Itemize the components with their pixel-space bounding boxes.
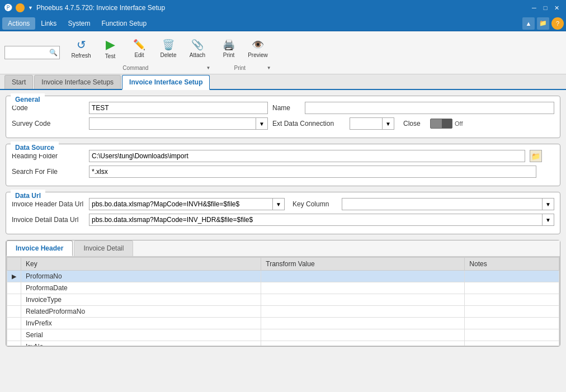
search-button[interactable]: 🔍 <box>47 46 59 59</box>
table-row[interactable]: Serial <box>7 329 559 341</box>
table-row[interactable]: ProformaDate <box>7 282 559 294</box>
menu-links[interactable]: Links <box>35 17 62 30</box>
restore-button[interactable]: □ <box>540 3 550 13</box>
folder-browse-button[interactable]: 📁 <box>530 150 542 162</box>
delete-label: Delete <box>161 52 177 58</box>
command-expand-button[interactable]: ▼ <box>205 64 212 72</box>
survey-code-dropdown-button[interactable]: ▼ <box>256 117 268 130</box>
refresh-button[interactable]: ↺ Refresh <box>67 34 96 63</box>
attach-icon: 📎 <box>191 39 204 51</box>
invoice-section: Invoice Header Invoice Detail Key Transf… <box>6 240 560 347</box>
general-section-title: General <box>11 93 45 106</box>
tab-invoice-header[interactable]: Invoice Header <box>6 240 73 256</box>
command-group: ↺ Refresh ▶ Test ✏️ Edit 🗑️ Delete 📎 Att… <box>67 34 212 72</box>
close-button[interactable]: ✕ <box>551 3 562 13</box>
reading-folder-input[interactable] <box>89 150 525 162</box>
print-expand-button[interactable]: ▼ <box>266 64 272 72</box>
key-cell: InvoiceType <box>21 294 261 306</box>
transform-value-cell <box>261 306 465 318</box>
row-indicator <box>7 306 21 318</box>
ext-data-connection-dropdown-button[interactable]: ▼ <box>382 117 394 130</box>
invoice-detail-data-url-input[interactable] <box>89 214 542 226</box>
preview-label: Preview <box>248 52 268 58</box>
search-input[interactable] <box>5 46 47 59</box>
invoice-header-data-url-input[interactable] <box>89 198 272 210</box>
key-column-combo: ▼ <box>342 198 554 210</box>
menu-function-setup[interactable]: Function Setup <box>96 17 152 30</box>
test-button[interactable]: ▶ Test <box>96 34 125 63</box>
search-for-file-input[interactable] <box>89 166 536 178</box>
notes-column-header: Notes <box>465 258 559 271</box>
close-label: Close <box>403 120 426 127</box>
folder-button[interactable]: 📁 <box>537 17 549 30</box>
key-column-header: Key <box>21 258 261 271</box>
key-column-dropdown[interactable]: ▼ <box>542 198 554 210</box>
transform-value-cell <box>261 282 465 294</box>
menu-system[interactable]: System <box>62 17 96 30</box>
tab-invoice-detail[interactable]: Invoice Detail <box>74 240 133 256</box>
breadcrumb-invoice-interface-setup[interactable]: Invoice Interface Setup <box>122 75 210 90</box>
toolbar: 🔍 ↺ Refresh ▶ Test ✏️ Edit 🗑️ Delete 📎 A… <box>0 31 566 74</box>
key-cell: Serial <box>21 329 261 341</box>
row-indicator <box>7 294 21 306</box>
breadcrumb-invoice-interface-setups[interactable]: Invoice Interface Setups <box>34 75 121 89</box>
invoice-detail-data-url-dropdown[interactable]: ▼ <box>542 214 554 226</box>
breadcrumb-start[interactable]: Start <box>4 75 33 89</box>
code-row: Code Name <box>12 102 554 114</box>
code-input[interactable] <box>89 102 268 114</box>
print-button[interactable]: 🖨️ Print <box>214 34 243 63</box>
key-cell: ProformaDate <box>21 282 261 294</box>
table-header-row: Key Transform Value Notes <box>7 258 559 271</box>
command-section-label: Command <box>67 64 205 72</box>
close-toggle-slider[interactable] <box>430 119 452 129</box>
key-column-input[interactable] <box>342 198 542 210</box>
transform-value-cell <box>261 341 465 347</box>
toggle-state-label: Off <box>455 120 463 127</box>
key-cell: ProformaNo <box>21 271 261 282</box>
survey-code-combo: ▼ <box>89 117 268 130</box>
preview-button[interactable]: 👁️ Preview <box>243 34 272 63</box>
edit-button[interactable]: ✏️ Edit <box>125 34 154 63</box>
survey-code-row: Survey Code ▼ Ext Data Connection ▼ Clos… <box>12 117 554 130</box>
attach-button[interactable]: 📎 Attach <box>183 34 212 63</box>
reading-folder-row: Reading Folder 📁 <box>12 150 554 162</box>
attach-label: Attach <box>190 52 205 58</box>
transform-value-cell <box>261 318 465 329</box>
invoice-detail-data-url-row: Invoice Detail Data Url ▼ <box>12 214 554 226</box>
menu-actions[interactable]: Actions <box>2 17 35 30</box>
row-indicator: ▶ <box>7 271 21 282</box>
table-row[interactable]: InvNo <box>7 341 559 347</box>
help-button[interactable]: ? <box>551 17 564 30</box>
transform-value-cell <box>261 271 465 282</box>
key-cell: RelatedProformaNo <box>21 306 261 318</box>
invoice-header-data-url-dropdown[interactable]: ▼ <box>272 198 285 210</box>
table-row[interactable]: InvoiceType <box>7 294 559 306</box>
survey-code-label: Survey Code <box>12 120 84 127</box>
invoice-header-table-scroll[interactable]: Key Transform Value Notes ▶ ProformaNo P… <box>6 257 560 346</box>
name-input[interactable] <box>305 102 554 114</box>
general-section: General Code Name Survey Code ▼ Ext Data… <box>6 96 560 138</box>
table-row[interactable]: InvPrefix <box>7 318 559 329</box>
title-bar: 🅟 ▼ Phoebus 4.7.5.720: Invoice Interface… <box>0 0 566 16</box>
close-toggle: Off <box>430 119 463 129</box>
delete-button[interactable]: 🗑️ Delete <box>154 34 183 63</box>
data-url-section-title: Data Url <box>11 190 45 202</box>
table-row[interactable]: ▶ ProformaNo <box>7 271 559 282</box>
name-label: Name <box>272 104 300 112</box>
ext-data-connection-input[interactable] <box>350 117 382 130</box>
toggle-thumb <box>442 119 452 128</box>
ext-data-connection-combo: ▼ <box>350 117 394 130</box>
minimize-button[interactable]: ─ <box>529 3 539 13</box>
notes-cell <box>465 282 559 294</box>
menu-bar: Actions Links System Function Setup ▲ 📁 … <box>0 16 566 31</box>
transform-value-cell <box>261 294 465 306</box>
print-group: 🖨️ Print 👁️ Preview Print ▼ <box>214 34 272 72</box>
invoice-header-data-url-combo: ▼ <box>89 198 285 210</box>
survey-code-input[interactable] <box>89 117 256 130</box>
print-icon: 🖨️ <box>223 39 235 51</box>
key-cell: InvPrefix <box>21 318 261 329</box>
row-indicator <box>7 318 21 329</box>
invoice-header-table: Key Transform Value Notes ▶ ProformaNo P… <box>7 257 559 346</box>
table-row[interactable]: RelatedProformaNo <box>7 306 559 318</box>
collapse-button[interactable]: ▲ <box>522 17 535 30</box>
